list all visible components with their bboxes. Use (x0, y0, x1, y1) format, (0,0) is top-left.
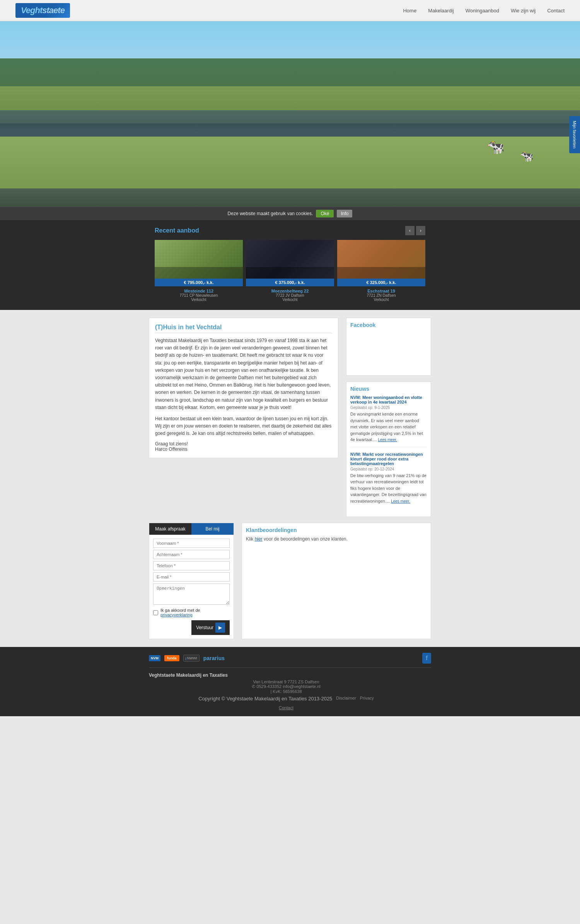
nvm-logo: NVM (149, 655, 160, 661)
submit-arrow-icon: ▶ (215, 623, 225, 633)
form-submit-area: Verstuur ▶ (153, 620, 230, 635)
footer-email[interactable]: info@veghtstaete.nl (283, 684, 320, 689)
privacy-checkbox: Ik ga akkoord met de privacyverklaring (153, 608, 230, 617)
property-card[interactable]: € 375.000,- k.k. Moezenbeltweg 22 7722 J… (246, 240, 334, 304)
prev-arrow[interactable]: ‹ (405, 226, 415, 235)
footer-top: NVM funda | NWWI pararius f (149, 653, 431, 668)
logo-text: Veghtstaete (21, 5, 65, 15)
submit-button[interactable]: Verstuur ▶ (191, 620, 230, 635)
tab-maak-afspraak[interactable]: Maak afspraak (149, 523, 191, 535)
cookie-info-button[interactable]: Info (337, 210, 352, 217)
property-price-3: € 325.000,- k.k. (337, 279, 425, 286)
property-city-3: 7721 ZN Dalfsen (339, 293, 423, 298)
footer-logos: NVM funda | NWWI pararius (149, 655, 225, 662)
property-image-1 (155, 240, 243, 279)
recent-title: Recent aanbod (155, 227, 199, 234)
privacy-check[interactable] (153, 610, 158, 615)
property-price-1: € 795.000,- k.k. (155, 279, 243, 286)
property-details-3: Eschstraat 19 7721 ZN Dalfsen Verkocht (337, 286, 425, 304)
nav-wie-zijn-wij[interactable]: Wie zijn wij (511, 8, 536, 14)
news-item-title-2: NVM: Markt voor recreatiewoningen kleurt… (350, 452, 427, 466)
property-city-1: 7711 CP Nieuwleusen (157, 293, 241, 298)
reviews-link[interactable]: hier (255, 536, 263, 542)
nwwi-logo: | NWWI (183, 655, 200, 662)
article-title: (T)Huis in het Vechtdal (155, 324, 332, 333)
bottom-grid: Maak afspraak Bel mij Ik ga akkoord met … (149, 523, 431, 639)
property-price-2: € 375.000,- k.k. (246, 279, 334, 286)
property-card[interactable]: € 325.000,- k.k. Eschstraat 19 7721 ZN D… (337, 240, 425, 304)
reviews-text: Klik hier voor de beoordelingen van onze… (246, 536, 427, 542)
property-status-2: Verkocht (248, 298, 332, 302)
news-item-2: NVM: Markt voor recreatiewoningen kleurt… (350, 452, 427, 508)
contact-form: Maak afspraak Bel mij Ik ga akkoord met … (149, 523, 234, 639)
main-content: (T)Huis in het Vechtdal Veghtstaat Makel… (0, 310, 580, 647)
form-tabs: Maak afspraak Bel mij (149, 523, 234, 535)
footer-contact-link[interactable]: Contact (279, 705, 293, 710)
news-box: Nieuws NVM: Meer woningaanbod en vlotte … (346, 382, 431, 517)
lees-meer-link-2[interactable]: Lees meer. (391, 499, 410, 503)
facebook-box: Facebook (346, 318, 431, 376)
email-field[interactable] (153, 572, 230, 582)
recent-aanbod-section: Recent aanbod ‹ › € 795.000,- k.k. (149, 220, 431, 310)
property-card[interactable]: € 795.000,- k.k. Westeinde 112 7711 CP N… (155, 240, 243, 304)
favorites-tab[interactable]: Mijn favorieten (569, 116, 580, 153)
cow-icon-2: 🐄 (520, 150, 534, 163)
voornaam-field[interactable] (153, 539, 230, 548)
two-col-layout: (T)Huis in het Vechtdal Veghtstaat Makel… (149, 318, 431, 517)
main-nav: Home Makelaardij Woningaanbod Wie zijn w… (403, 8, 565, 14)
footer-disclaimer[interactable]: Disclaimer (336, 696, 356, 702)
news-item-text-1: De woningmarkt kende een enorme dynamiek… (350, 411, 427, 443)
news-item-date-1: Geplaatst op: 9-1-2025 (350, 406, 427, 410)
footer: NVM funda | NWWI pararius f Veghtstaete … (0, 647, 580, 716)
nav-home[interactable]: Home (403, 8, 416, 14)
lees-meer-link-1[interactable]: Lees meer. (378, 438, 397, 442)
footer-privacy[interactable]: Privacy (360, 696, 374, 702)
footer-contact: Contact (149, 705, 423, 710)
news-item-text-2: De btw-verhoging van 9 naar 21% op de ve… (350, 472, 427, 505)
footer-content: NVM funda | NWWI pararius f Veghtstaete … (149, 653, 431, 710)
hero-landscape: 🐄 🐄 (0, 21, 580, 207)
nav-contact[interactable]: Contact (547, 8, 565, 14)
hero-image: 🐄 🐄 (0, 21, 580, 207)
article-body: Veghtstaat Makelaardij en Taxaties besta… (155, 337, 332, 437)
property-image-2 (246, 240, 334, 279)
form-body: Ik ga akkoord met de privacyverklaring V… (149, 535, 234, 639)
funda-logo: funda (164, 655, 179, 661)
tab-bel-mij[interactable]: Bel mij (191, 523, 234, 535)
logo-area: Veghtstaete (15, 3, 93, 18)
inner-grid: (T)Huis in het Vechtdal Veghtstaat Makel… (149, 318, 431, 639)
reviews-box: Klantbeoordelingen Klik hier voor de beo… (242, 523, 431, 639)
opmerkingen-field[interactable] (153, 583, 230, 605)
recent-header: Recent aanbod ‹ › (155, 226, 425, 235)
logo[interactable]: Veghtstaete (15, 3, 70, 18)
property-city-2: 7722 JV Dalfsen (248, 293, 332, 298)
property-status-3: Verkocht (339, 298, 423, 302)
cookie-bar: Deze website maakt gebruik van cookies. … (0, 207, 580, 220)
cookie-ok-button[interactable]: Oké (316, 210, 334, 217)
privacy-text: Ik ga akkoord met de privacyverklaring (160, 608, 230, 617)
news-title: Nieuws (350, 386, 427, 392)
telefoon-field[interactable] (153, 561, 230, 570)
nav-arrows: ‹ › (405, 226, 425, 235)
facebook-icon[interactable]: f (422, 653, 431, 664)
article-box: (T)Huis in het Vechtdal Veghtstaat Makel… (149, 318, 338, 458)
pararius-logo: pararius (203, 655, 225, 661)
privacy-link[interactable]: privacyverklaring (160, 613, 193, 617)
property-details-1: Westeinde 112 7711 CP Nieuwleusen Verkoc… (155, 286, 243, 304)
nav-woningaanbod[interactable]: Woningaanbod (466, 8, 499, 14)
right-sidebar: Facebook Nieuws NVM: Meer woningaanbod e… (346, 318, 431, 517)
footer-company-name: Veghtstaete Makelaardij en Taxaties (149, 672, 423, 678)
inner-content: Recent aanbod ‹ › € 795.000,- k.k. (149, 220, 431, 310)
footer-main: Veghtstaete Makelaardij en Taxaties Van … (149, 668, 431, 710)
property-street-3: Eschstraat 19 (339, 289, 423, 293)
news-item-title-1: NVM: Meer woningaanbod en vlotte verkoop… (350, 395, 427, 404)
facebook-title: Facebook (350, 322, 427, 328)
property-street-2: Moezenbeltweg 22 (248, 289, 332, 293)
footer-info: Veghtstaete Makelaardij en Taxaties Van … (149, 672, 423, 710)
article-para-2: Het kantoor bestaat uit een klein team, … (155, 415, 332, 438)
nav-makelaardij[interactable]: Makelaardij (428, 8, 454, 14)
next-arrow[interactable]: › (416, 226, 425, 235)
footer-kvk: | KvK: 56595638 (149, 689, 423, 694)
achternaam-field[interactable] (153, 550, 230, 559)
cookie-text: Deze website maakt gebruik van cookies. (228, 211, 313, 216)
